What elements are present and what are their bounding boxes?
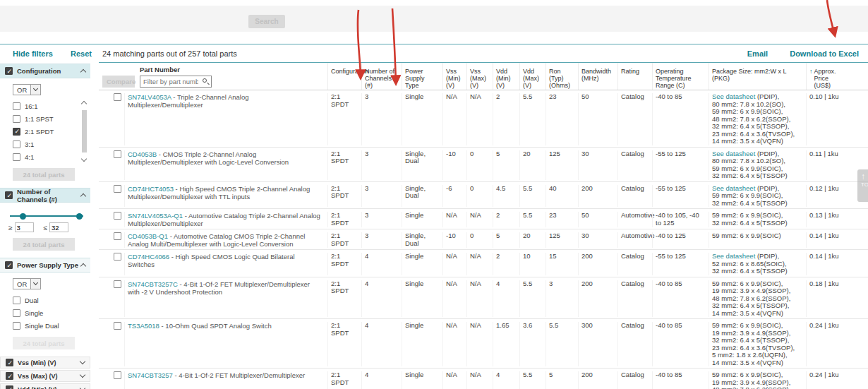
hide-filters-link[interactable]: Hide filters <box>13 49 53 58</box>
row-checkbox[interactable] <box>114 280 121 288</box>
power-operator-select[interactable]: OR <box>13 278 41 289</box>
col-header-configuration[interactable]: Configuration <box>327 63 361 90</box>
see-datasheet-link[interactable]: See datasheet <box>712 184 755 192</box>
filter-option[interactable]: Single <box>13 307 90 318</box>
expand-icon[interactable] <box>80 359 85 364</box>
part-number-link[interactable]: TS3A5018 <box>128 322 159 330</box>
col-header-vdd-min[interactable]: Vdd (Min) (V) <box>493 63 519 90</box>
collapsed-filter-header[interactable]: Vdd (Min) (V) <box>0 383 90 389</box>
row-checkbox[interactable] <box>114 322 121 330</box>
search-button[interactable]: Search <box>248 15 285 28</box>
sort-ascending-icon[interactable]: ↑ <box>809 68 813 75</box>
channels-range-slider[interactable] <box>10 213 83 220</box>
row-checkbox[interactable] <box>114 150 121 158</box>
part-filter-input[interactable] <box>140 76 212 88</box>
back-to-top-button[interactable]: ↑ TOP <box>857 169 868 202</box>
col-header-bandwidth[interactable]: Bandwidth (MHz) <box>578 63 617 90</box>
power-filter-checkbox[interactable] <box>5 261 13 269</box>
part-number-link[interactable]: CD4053B-Q1 <box>128 232 168 240</box>
download-to-excel-link[interactable]: Download to Excel <box>790 49 859 58</box>
cell-package-size: See datasheet (PDIP),59 mm2: 6 x 9.9(SOI… <box>709 185 806 208</box>
filter-checkbox[interactable] <box>6 385 13 389</box>
filter-header-configuration[interactable]: Configuration <box>0 64 90 78</box>
cell-vdd-min: 5 <box>493 150 519 180</box>
collapse-icon[interactable] <box>80 193 86 199</box>
col-header-vss-min[interactable]: Vss (Min) (V) <box>442 63 466 90</box>
part-number-link[interactable]: SN74CBT3257C <box>128 280 178 288</box>
cell-package-size: 59 mm2: 6 x 9.9(SOIC),19 mm2: 3.9 x 4.9(… <box>709 371 806 389</box>
col-header-rating[interactable]: Rating <box>617 63 652 90</box>
channels-apply-button[interactable]: 24 total parts <box>13 238 75 251</box>
part-number-link[interactable]: SN74CBT3257 <box>128 371 173 379</box>
filter-option[interactable]: 3:1 <box>13 138 79 150</box>
option-checkbox[interactable] <box>13 128 20 136</box>
channels-filter-checkbox[interactable] <box>5 191 13 199</box>
part-number-link[interactable]: SN74LV4053A-Q1 <box>128 212 183 220</box>
cell-configuration: 2:1 SPDT <box>327 212 361 227</box>
filter-checkbox[interactable] <box>6 359 13 366</box>
search-icon[interactable] <box>203 78 207 83</box>
option-checkbox[interactable] <box>13 140 20 148</box>
filter-option[interactable]: 2:1 SPDT <box>13 126 79 137</box>
filter-option[interactable]: 16:1 <box>13 100 79 112</box>
part-number-link[interactable]: CD74HCT4053 <box>128 185 174 193</box>
part-number-link[interactable]: CD74HC4066 <box>128 253 169 261</box>
option-checkbox[interactable] <box>13 153 20 161</box>
part-number-link[interactable]: SN74LV4053A <box>128 93 171 101</box>
part-number-link[interactable]: CD4053B <box>128 150 157 158</box>
filter-checkbox[interactable] <box>6 372 13 380</box>
option-label: Single Dual <box>25 322 59 330</box>
results-table: Part Number Compare Configuration Number… <box>99 62 868 389</box>
filter-header-channels[interactable]: Number of Channels (#) <box>0 188 90 203</box>
configuration-filter-checkbox[interactable] <box>5 67 13 75</box>
power-apply-button[interactable]: 24 total parts <box>13 337 75 349</box>
expand-icon[interactable] <box>80 372 85 378</box>
col-header-vss-max[interactable]: Vss (Max) (V) <box>466 63 493 90</box>
collapse-icon[interactable] <box>80 263 86 269</box>
option-checkbox[interactable] <box>13 322 20 330</box>
row-checkbox[interactable] <box>114 371 121 379</box>
col-header-channels[interactable]: Number of Channels (#) <box>361 63 402 90</box>
slider-handle-min[interactable] <box>20 213 26 220</box>
reset-filters-link[interactable]: Reset <box>71 49 92 58</box>
see-datasheet-link[interactable]: See datasheet <box>712 92 755 100</box>
option-checkbox[interactable] <box>13 297 20 304</box>
col-header-ron[interactable]: Ron (Typ) (Ohms) <box>545 63 578 90</box>
filter-header-power[interactable]: Power Supply Type <box>0 258 90 273</box>
match-summary: 24 matching parts out of 257 total parts <box>102 49 728 58</box>
row-checkbox[interactable] <box>114 253 121 261</box>
filter-option[interactable]: 1:1 SPST <box>13 113 79 124</box>
cell-price: 0.18 | 1ku <box>806 280 845 318</box>
collapse-icon[interactable] <box>80 69 86 75</box>
filter-list-scrollbar[interactable] <box>81 100 88 162</box>
option-checkbox[interactable] <box>13 102 20 110</box>
configuration-apply-button[interactable]: 24 total parts <box>13 168 75 181</box>
row-checkbox[interactable] <box>114 185 121 193</box>
channels-max-input[interactable] <box>49 222 68 232</box>
filter-option[interactable]: Single Dual <box>13 320 90 331</box>
col-header-temp-range[interactable]: Operating Temperature Range (C) <box>652 63 709 90</box>
compare-button[interactable]: Compare <box>102 76 135 88</box>
see-datasheet-link[interactable]: See datasheet <box>712 150 755 157</box>
email-link[interactable]: Email <box>747 49 768 58</box>
see-datasheet-link[interactable]: See datasheet <box>712 252 755 260</box>
cell-vss-min: N/A <box>442 253 466 275</box>
filter-option[interactable]: Dual <box>13 294 90 306</box>
col-header-price[interactable]: ↑ Approx. Price (US$) <box>806 63 845 90</box>
option-checkbox[interactable] <box>13 309 20 317</box>
col-header-package-size[interactable]: Package Size: mm2:W x L (PKG) <box>709 63 806 90</box>
col-header-power[interactable]: Power Supply Type <box>402 63 442 90</box>
row-checkbox[interactable] <box>114 232 121 240</box>
package-line: 59 mm2: 6 x 9.9(SOIC), <box>712 371 803 379</box>
option-checkbox[interactable] <box>13 115 20 123</box>
slider-handle-max[interactable] <box>76 213 83 220</box>
col-header-vdd-max[interactable]: Vdd (Max) (V) <box>519 63 545 90</box>
collapsed-filter-header[interactable]: Vss (Min) (V) <box>0 357 90 369</box>
configuration-operator-select[interactable]: OR <box>13 84 41 95</box>
row-checkbox[interactable] <box>114 212 121 220</box>
collapsed-filter-header[interactable]: Vss (Max) (V) <box>0 370 90 382</box>
filter-option[interactable]: 4:1 <box>13 151 79 162</box>
channels-min-input[interactable] <box>15 222 34 232</box>
row-checkbox[interactable] <box>114 93 121 101</box>
expand-icon[interactable] <box>80 385 85 389</box>
